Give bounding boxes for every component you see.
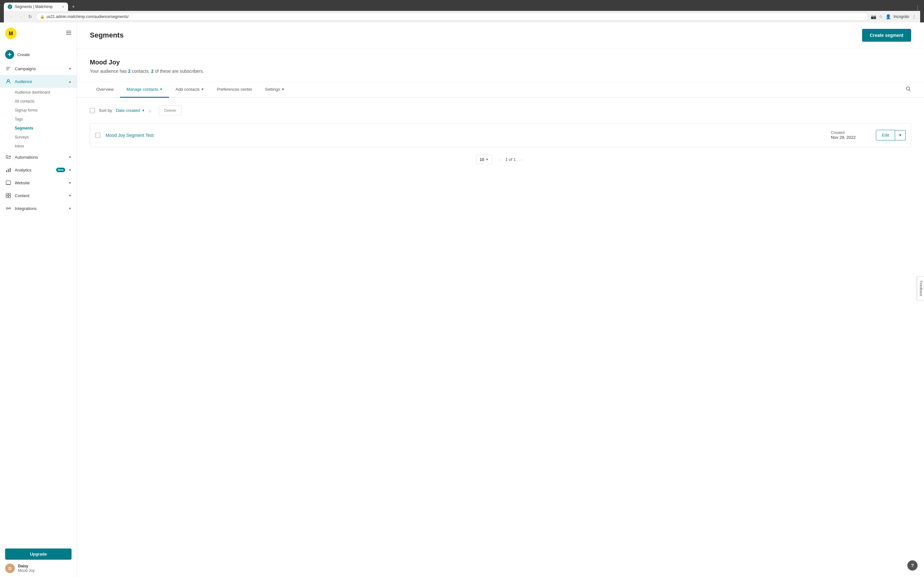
back-button[interactable]: ← — [8, 13, 15, 21]
menu-icon[interactable]: ⋮ — [912, 14, 916, 19]
sort-direction-button[interactable]: ↓ — [149, 108, 151, 113]
segment-created-date: Nov 29, 2022 — [831, 135, 876, 140]
sidebar-sub-item-signup-forms[interactable]: Signup forms — [0, 106, 77, 115]
url-text: us21.admin.mailchimp.com/audience/segmen… — [47, 15, 129, 19]
row-checkbox[interactable] — [95, 133, 100, 138]
manage-contacts-chevron-icon: ▼ — [160, 87, 163, 91]
browser-toolbar: ← → ↻ 🔒 us21.admin.mailchimp.com/audienc… — [4, 11, 920, 23]
svg-line-22 — [909, 90, 911, 91]
sidebar-item-analytics[interactable]: Analytics New ▼ — [0, 163, 77, 176]
sidebar-create-label: Create — [17, 52, 30, 57]
sidebar-sub-item-inbox[interactable]: Inbox — [0, 142, 77, 151]
website-label: Website — [15, 181, 65, 185]
svg-rect-3 — [66, 32, 71, 33]
sort-field-label: Date created — [116, 108, 140, 113]
tab-close-icon[interactable]: × — [62, 5, 64, 9]
edit-button[interactable]: Edit — [876, 130, 895, 140]
bookmark-icon[interactable]: ☆ — [879, 14, 883, 19]
sidebar-item-content[interactable]: Content ▼ — [0, 189, 77, 202]
edit-dropdown-button[interactable]: ▼ — [895, 130, 906, 140]
svg-rect-10 — [8, 169, 9, 172]
sidebar-sub-item-surveys[interactable]: Surveys — [0, 133, 77, 142]
sidebar-sub-item-segments[interactable]: Segments — [0, 124, 77, 133]
main-content: Segments Create segment Mood Joy Your au… — [77, 23, 924, 577]
audience-chevron-icon: ▲ — [68, 80, 71, 83]
per-page-select[interactable]: 10 ▼ — [476, 155, 492, 164]
audience-label: Audience — [15, 79, 65, 84]
segment-row: Mood Joy Segment Test Created Nov 29, 20… — [90, 123, 911, 147]
svg-rect-11 — [10, 168, 11, 172]
tab-favicon: M — [8, 5, 12, 9]
sort-chevron-icon: ▼ — [142, 109, 145, 112]
user-org: Mood Joy — [18, 568, 35, 573]
svg-point-18 — [6, 208, 8, 210]
sort-control[interactable]: Sort by Date created ▼ — [99, 108, 145, 113]
integrations-chevron-icon: ▼ — [68, 207, 71, 210]
tab-settings[interactable]: Settings ▼ — [258, 82, 291, 98]
mailchimp-logo[interactable]: M — [5, 27, 17, 39]
content-icon — [5, 192, 11, 199]
sidebar-item-integrations[interactable]: Integrations ▼ — [0, 202, 77, 215]
settings-chevron-icon: ▼ — [281, 87, 284, 91]
audience-icon — [5, 78, 11, 85]
campaigns-icon — [5, 65, 11, 72]
camera-off-icon: 📷 — [871, 14, 876, 19]
pagination-prev-button[interactable]: ‹ — [496, 156, 503, 163]
analytics-label: Analytics — [15, 168, 53, 172]
svg-rect-8 — [6, 155, 8, 157]
refresh-button[interactable]: ↻ — [27, 13, 33, 21]
content-chevron-icon: ▼ — [68, 194, 71, 197]
browser-tab[interactable]: M Segments | Mailchimp × — [4, 3, 68, 11]
tab-list-icon[interactable]: ⋮ — [915, 5, 920, 11]
per-page-chevron-icon: ▼ — [485, 158, 489, 161]
tab-preferences-center[interactable]: Preferences center — [210, 82, 258, 98]
sidebar-item-label: Campaigns — [15, 66, 65, 71]
user-avatar: D — [5, 564, 15, 573]
sidebar-sub-item-audience-dashboard[interactable]: Audience dashboard — [0, 88, 77, 97]
segment-name[interactable]: Mood Joy Segment Test — [105, 133, 831, 138]
audience-description: Your audience has 2 contacts. 2 of these… — [90, 69, 911, 74]
search-icon[interactable] — [905, 86, 911, 93]
delete-button[interactable]: Delete — [159, 105, 182, 115]
upgrade-button[interactable]: Upgrade — [5, 548, 71, 560]
page-title: Segments — [90, 31, 124, 39]
segment-meta: Created Nov 29, 2022 — [831, 131, 876, 140]
tab-overview[interactable]: Overview — [90, 82, 120, 98]
svg-rect-2 — [66, 31, 71, 31]
analytics-chevron-icon: ▼ — [68, 168, 71, 172]
svg-rect-9 — [6, 170, 7, 172]
pagination-next-button[interactable]: › — [518, 156, 525, 163]
campaigns-chevron-icon: ▼ — [68, 67, 71, 71]
feedback-tab[interactable]: Feedback — [917, 277, 924, 300]
automations-label: Automations — [15, 155, 65, 160]
address-bar[interactable]: 🔒 us21.admin.mailchimp.com/audience/segm… — [36, 13, 868, 21]
segment-actions: Edit ▼ — [876, 130, 906, 140]
sidebar-toggle-icon[interactable] — [66, 30, 71, 37]
svg-rect-16 — [6, 196, 8, 198]
svg-rect-12 — [6, 181, 11, 184]
top-bar: Segments Create segment — [77, 23, 924, 48]
create-segment-button[interactable]: Create segment — [862, 29, 911, 42]
tab-manage-contacts[interactable]: Manage contacts ▼ — [120, 82, 169, 98]
select-all-checkbox[interactable] — [90, 108, 95, 113]
sidebar-sub-item-all-contacts[interactable]: All contacts — [0, 97, 77, 106]
help-button[interactable]: ? — [907, 560, 918, 571]
sidebar-item-create[interactable]: Create — [0, 47, 77, 62]
sidebar-item-website[interactable]: Website ▼ — [0, 176, 77, 189]
forward-button[interactable]: → — [17, 13, 24, 21]
sidebar-sub-item-tags[interactable]: Tags — [0, 115, 77, 124]
content-label: Content — [15, 193, 65, 198]
svg-rect-14 — [6, 193, 8, 195]
sidebar-item-campaigns[interactable]: Campaigns ▼ — [0, 62, 77, 75]
table-area: Sort by Date created ▼ ↓ Delete Mood Joy… — [77, 98, 924, 172]
pagination: 10 ▼ ‹ 1 of 1 › — [90, 155, 911, 164]
tab-add-contacts[interactable]: Add contacts ▼ — [169, 82, 210, 98]
sidebar-item-automations[interactable]: Automations ▼ — [0, 151, 77, 163]
integrations-icon — [5, 205, 11, 211]
per-page-value: 10 — [480, 157, 484, 162]
sidebar-item-audience[interactable]: Audience ▲ — [0, 75, 77, 88]
new-tab-button[interactable]: + — [69, 3, 78, 11]
svg-rect-15 — [9, 193, 11, 195]
profile-icon[interactable]: 👤 — [885, 14, 891, 19]
user-name: Daisy — [18, 564, 35, 568]
